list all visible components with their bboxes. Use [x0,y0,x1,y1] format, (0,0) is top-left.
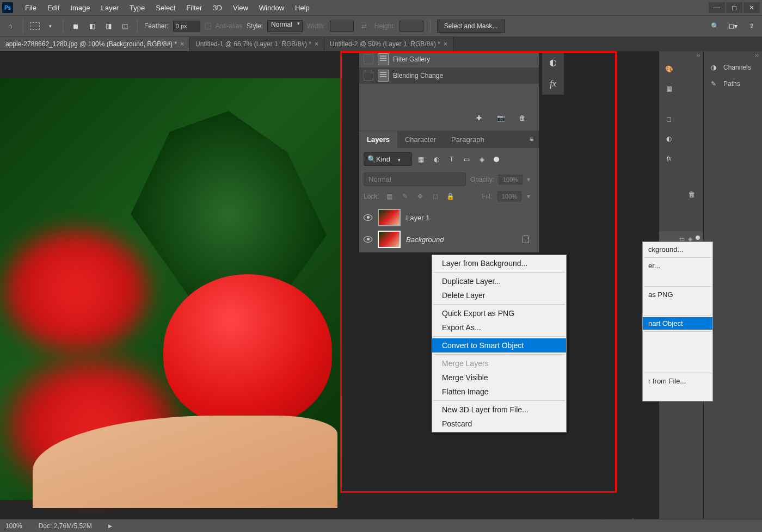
tab-character[interactable]: Character [397,131,444,148]
ctx-item-peek[interactable]: as PNG [643,288,712,301]
ctx-flatten-image[interactable]: Flatten Image [432,385,566,399]
filter-smart-icon[interactable]: ◈ [476,153,488,165]
document-tab[interactable]: Untitled-1 @ 66,7% (Layer 1, RGB/8#) * × [190,37,324,51]
style-select[interactable]: Normal ▾ [267,20,303,32]
history-toggle[interactable] [364,71,373,81]
camera-icon[interactable]: 📷 [495,113,506,123]
search-icon[interactable]: 🔍 [709,20,721,32]
tab-close-icon[interactable]: × [444,40,447,48]
swatches-icon[interactable]: ▦ [662,82,675,95]
ctx-layer-from-background[interactable]: Layer from Background... [432,256,566,270]
layer-row[interactable]: Layer 1 [359,207,539,228]
fill-chevron-icon[interactable]: ▾ [527,193,534,200]
add-selection-icon[interactable]: ◧ [86,20,98,32]
ctx-duplicate-layer[interactable]: Duplicate Layer... [432,274,566,288]
history-item[interactable]: Blending Change [359,67,539,84]
tab-close-icon[interactable]: × [315,40,318,48]
blend-mode-select[interactable]: Normal [364,172,466,186]
document-tab[interactable]: apple-2788662_1280.jpg @ 100% (Backgroun… [0,37,190,51]
filter-adjustment-icon[interactable]: ◐ [431,153,443,165]
expand-chevron-icon[interactable]: ›› [659,51,703,59]
status-chevron-icon[interactable]: ▶ [108,523,112,529]
ctx-item-peek[interactable]: ckground... [643,243,712,256]
close-button[interactable]: ✕ [743,2,760,13]
lock-pixels-icon[interactable]: ✎ [400,191,410,201]
visibility-toggle-icon[interactable] [364,236,372,243]
new-selection-icon[interactable]: ◼ [70,20,82,32]
ctx-item-peek[interactable]: r from File... [643,375,712,387]
menu-edit[interactable]: Edit [42,2,65,14]
intersect-selection-icon[interactable]: ◫ [119,20,131,32]
tab-close-icon[interactable]: × [180,40,184,48]
ctx-item-peek[interactable]: er... [643,259,712,272]
ctx-export-as[interactable]: Export As... [432,320,566,335]
document-canvas[interactable] [0,78,340,500]
history-item[interactable]: Filter Gallery [359,51,539,67]
tab-layers[interactable]: Layers [359,131,397,148]
ctx-item-peek-highlighted[interactable]: nart Object [643,317,712,330]
menu-window[interactable]: Window [254,2,290,14]
layer-thumbnail[interactable] [378,231,401,248]
adjustments-icon[interactable]: ◐ [662,132,675,145]
ctx-delete-layer[interactable]: Delete Layer [432,288,566,302]
lock-all-icon[interactable]: 🔒 [446,191,456,201]
doc-info[interactable]: Doc: 2,76M/5,52M [39,522,92,530]
menu-filter[interactable]: Filter [181,2,207,14]
ctx-item-peek[interactable] [643,358,712,371]
menu-help[interactable]: Help [290,2,315,14]
feather-input[interactable] [173,21,200,32]
menu-image[interactable]: Image [65,2,95,14]
color-icon[interactable]: 🎨 [662,63,675,76]
layer-kind-select[interactable]: 🔍 Kind ▾ [364,152,412,166]
history-toggle[interactable] [364,54,373,64]
layer-row[interactable]: Background [359,228,539,250]
menu-view[interactable]: View [228,2,254,14]
dropdown-chevron-icon[interactable]: ▾ [44,20,56,32]
layer-name[interactable]: Background [406,236,444,244]
styles-icon[interactable]: fx [542,73,564,95]
maximize-button[interactable]: ◻ [726,2,742,13]
trash-icon[interactable]: 🗑 [517,113,528,123]
expand-chevron-icon[interactable]: ›› [704,51,762,59]
share-icon[interactable]: ⇪ [746,20,758,32]
ctx-postcard[interactable]: Postcard [432,417,566,431]
visibility-toggle-icon[interactable] [364,214,372,221]
opacity-chevron-icon[interactable]: ▾ [527,176,534,183]
menu-type[interactable]: Type [124,2,150,14]
lock-artboard-icon[interactable]: ◻ [431,191,440,201]
document-tab[interactable]: Untitled-2 @ 50% (Layer 1, RGB/8#) * × [324,37,453,51]
ctx-quick-export-png[interactable]: Quick Export as PNG [432,306,566,320]
paths-panel-button[interactable]: ✎ Paths [704,76,762,92]
home-icon[interactable]: ⌂ [4,20,16,32]
menu-select[interactable]: Select [150,2,181,14]
menu-layer[interactable]: Layer [96,2,125,14]
tab-paragraph[interactable]: Paragraph [444,131,492,148]
trash-icon[interactable]: 🗑 [685,188,698,201]
layer-thumbnail[interactable] [378,209,401,226]
zoom-level[interactable]: 100% [5,522,22,530]
filter-shape-icon[interactable]: ▭ [461,153,473,165]
fill-value[interactable]: 100% [497,191,521,201]
mini-toggle[interactable] [696,236,700,240]
opacity-value[interactable]: 100% [499,175,523,184]
ctx-item-peek[interactable] [643,387,712,400]
lock-transparency-icon[interactable]: ▦ [385,191,395,201]
layer-name[interactable]: Layer 1 [406,214,429,222]
channels-panel-button[interactable]: ◑ Channels [704,59,762,76]
adjustments-icon[interactable]: ◐ [542,51,564,73]
ctx-merge-visible[interactable]: Merge Visible [432,370,566,385]
lock-position-icon[interactable]: ✥ [415,191,425,201]
properties-icon[interactable]: ◻ [662,113,675,126]
menu-file[interactable]: File [20,2,42,14]
styles-icon[interactable]: fx [662,152,675,165]
select-and-mask-button[interactable]: Select and Mask... [437,20,505,33]
ctx-item-peek[interactable] [643,272,712,284]
ctx-new-3d-layer[interactable]: New 3D Layer from File... [432,403,566,417]
ctx-item-peek[interactable] [643,301,712,313]
filter-toggle[interactable] [494,157,499,162]
minimize-button[interactable]: — [709,2,725,13]
workspace-icon[interactable]: ◻▾ [727,20,739,32]
subtract-selection-icon[interactable]: ◨ [102,20,114,32]
new-snapshot-icon[interactable]: ✚ [474,113,484,123]
ctx-convert-smart-object[interactable]: Convert to Smart Object [432,338,566,352]
